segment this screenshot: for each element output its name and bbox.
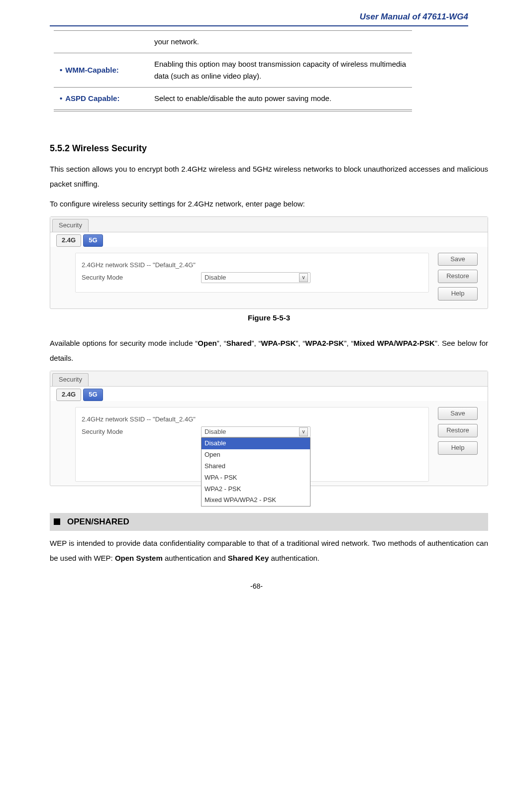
security-mode-label: Security Mode [82, 273, 186, 283]
subtab-2-4g[interactable]: 2.4G [56, 389, 81, 401]
options-paragraph: Available options for security mode incl… [50, 336, 488, 366]
figure1-config-left: 2.4GHz network SSID -- "Default_2.4G" Se… [75, 253, 429, 293]
opt-mixed: Mixed WPA/WPA2-PSK [353, 339, 434, 347]
ssid-row: 2.4GHz network SSID -- "Default_2.4G" [82, 260, 422, 271]
chevron-down-icon[interactable]: v [299, 273, 308, 282]
row0-label [54, 31, 148, 53]
security-mode-select[interactable]: Disable v [201, 272, 310, 283]
option-shared[interactable]: Shared [202, 461, 310, 472]
txt: ”, “ [296, 339, 305, 347]
subtab-5g[interactable]: 5G [83, 234, 103, 247]
table-row: your network. [54, 31, 412, 53]
figure1-side-buttons: Save Restore Help [438, 253, 478, 301]
opt-wpa2-psk: WPA2-PSK [305, 339, 344, 347]
save-button[interactable]: Save [438, 253, 478, 266]
figure1-caption: Figure 5-5-3 [50, 312, 488, 324]
restore-button[interactable]: Restore [438, 270, 478, 283]
figure2-subtabs: 2.4G 5G [50, 386, 488, 401]
row1-label: •WMM-Capable: [54, 53, 148, 88]
security-mode-label: Security Mode [82, 427, 186, 437]
row2-desc: Select to enable/disable the auto power … [148, 88, 412, 111]
page-number: -68- [5, 581, 508, 592]
security-mode-dropdown[interactable]: Disable Open Shared WPA - PSK WPA2 - PSK… [201, 437, 310, 507]
tab-security[interactable]: Security [52, 219, 89, 232]
bold-shared-key: Shared Key [228, 554, 269, 562]
figure1-subtabs: 2.4G 5G [50, 232, 488, 247]
opt-wpa-psk: WPA-PSK [261, 339, 296, 347]
figure1-panel: 2.4GHz network SSID -- "Default_2.4G" Se… [75, 253, 478, 301]
bold-open-system: Open System [115, 554, 163, 562]
option-disable[interactable]: Disable [202, 438, 310, 449]
security-mode-value: Disable [205, 427, 226, 437]
tab-security[interactable]: Security [52, 373, 89, 386]
figure2-panel: 2.4GHz network SSID -- "Default_2.4G" Se… [75, 407, 478, 482]
option-wpa-psk[interactable]: WPA - PSK [202, 472, 310, 484]
help-button[interactable]: Help [438, 287, 478, 301]
subsection-open-shared: OPEN/SHARED [50, 513, 488, 530]
figure2-side-buttons: Save Restore Help [438, 407, 478, 455]
figure-5-5-3: Security 2.4G 5G 2.4GHz network SSID -- … [50, 216, 488, 309]
chevron-down-icon[interactable]: v [299, 427, 308, 436]
table-row: •WMM-Capable: Enabling this option may b… [54, 53, 412, 88]
settings-table: your network. •WMM-Capable: Enabling thi… [54, 30, 412, 111]
figure2-tabrow: Security [50, 371, 488, 386]
security-mode-value: Disable [205, 273, 226, 283]
header-rule [50, 25, 468, 26]
section-intro: This section allows you to encrypt both … [50, 162, 488, 192]
opt-shared: Shared [226, 339, 252, 347]
figure-5-5-4: Security 2.4G 5G 2.4GHz network SSID -- … [50, 371, 488, 486]
row0-desc: your network. [148, 31, 412, 53]
row1-label-text: WMM-Capable: [65, 66, 119, 74]
row2-label-text: ASPD Capable: [65, 94, 119, 102]
ssid-row: 2.4GHz network SSID -- "Default_2.4G" [82, 414, 422, 425]
figure1-tabrow: Security [50, 217, 488, 232]
figure2-config-left: 2.4GHz network SSID -- "Default_2.4G" Se… [75, 407, 429, 482]
table-row: •ASPD Capable: Select to enable/disable … [54, 88, 412, 111]
txt: authentication and [163, 554, 228, 562]
row2-label: •ASPD Capable: [54, 88, 148, 111]
opt-open: Open [198, 339, 216, 347]
txt: Available options for security mode incl… [50, 339, 198, 347]
txt: ”, “ [252, 339, 261, 347]
help-button[interactable]: Help [438, 441, 478, 455]
option-wpa2-psk[interactable]: WPA2 - PSK [202, 484, 310, 495]
security-mode-select[interactable]: Disable v Disable Open Shared WPA - PSK … [201, 426, 310, 437]
save-button[interactable]: Save [438, 407, 478, 420]
section-lead: To configure wireless security settings … [50, 197, 488, 211]
subtab-5g[interactable]: 5G [83, 389, 103, 401]
security-mode-row: Security Mode Disable v [82, 272, 422, 283]
txt: ”, “ [217, 339, 226, 347]
txt: ”, “ [344, 339, 353, 347]
subsection-title: OPEN/SHARED [67, 515, 129, 528]
subsection-text: WEP is intended to provide data confiden… [50, 536, 488, 566]
section-heading: 5.5.2 Wireless Security [50, 141, 488, 156]
doc-header-title: User Manual of 47611-WG4 [5, 10, 508, 25]
row1-desc: Enabling this option may boost transmiss… [148, 53, 412, 88]
restore-button[interactable]: Restore [438, 424, 478, 437]
option-open[interactable]: Open [202, 449, 310, 461]
security-mode-row: Security Mode Disable v Disable Open Sha… [82, 426, 422, 437]
txt: authentication. [269, 554, 319, 562]
subtab-2-4g[interactable]: 2.4G [56, 234, 81, 247]
option-mixed[interactable]: Mixed WPA/WPA2 - PSK [202, 495, 310, 506]
square-bullet-icon [54, 518, 60, 525]
